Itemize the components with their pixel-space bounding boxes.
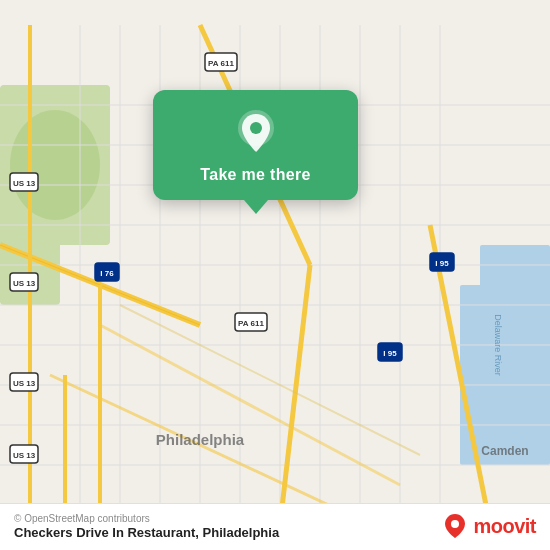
location-name: Checkers Drive In Restaurant, Philadelph…	[14, 525, 279, 540]
moovit-logo: moovit	[441, 512, 536, 540]
svg-text:US 13: US 13	[13, 379, 36, 388]
map-container: US 13 US 13 US 13 US 13 PA 611 PA 611 PA…	[0, 0, 550, 550]
svg-rect-4	[480, 245, 550, 295]
svg-text:US 13: US 13	[13, 451, 36, 460]
svg-point-61	[451, 520, 459, 528]
map-svg: US 13 US 13 US 13 US 13 PA 611 PA 611 PA…	[0, 0, 550, 550]
svg-text:US 13: US 13	[13, 179, 36, 188]
moovit-logo-text: moovit	[473, 515, 536, 538]
svg-text:I 76: I 76	[100, 269, 114, 278]
svg-text:PA 611: PA 611	[208, 59, 234, 68]
popup-card: Take me there	[153, 90, 358, 200]
map-attribution: © OpenStreetMap contributors	[14, 513, 279, 524]
bottom-bar-info: © OpenStreetMap contributors Checkers Dr…	[14, 513, 279, 540]
svg-point-2	[10, 110, 100, 220]
svg-text:I 95: I 95	[435, 259, 449, 268]
svg-text:Delaware River: Delaware River	[493, 314, 503, 376]
svg-text:I 95: I 95	[383, 349, 397, 358]
location-pin-icon	[232, 108, 280, 156]
svg-point-60	[250, 122, 262, 134]
svg-text:US 13: US 13	[13, 279, 36, 288]
svg-text:Camden: Camden	[481, 444, 528, 458]
svg-text:Philadelphia: Philadelphia	[156, 431, 245, 448]
svg-text:PA 611: PA 611	[238, 319, 264, 328]
moovit-logo-icon	[441, 512, 469, 540]
svg-line-34	[100, 325, 400, 485]
bottom-bar: © OpenStreetMap contributors Checkers Dr…	[0, 503, 550, 550]
take-me-there-button[interactable]: Take me there	[200, 166, 310, 184]
